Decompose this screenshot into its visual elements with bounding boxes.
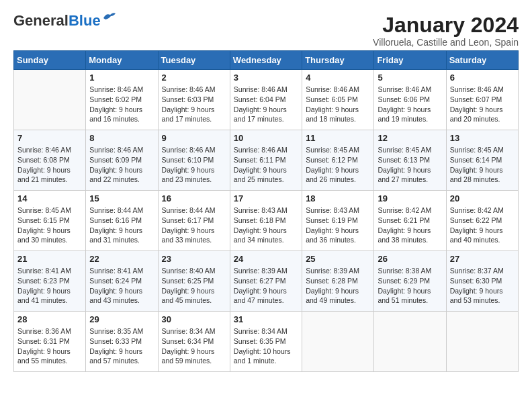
logo-general: General (13, 12, 69, 29)
day-number: 5 (378, 73, 442, 83)
calendar-cell: 5Sunrise: 8:46 AMSunset: 6:06 PMDaylight… (374, 70, 446, 130)
calendar-cell: 24Sunrise: 8:39 AMSunset: 6:27 PMDayligh… (230, 251, 302, 312)
weekday-header-thursday: Thursday (302, 51, 374, 70)
day-number: 19 (378, 193, 442, 203)
day-number: 11 (306, 133, 370, 143)
day-number: 8 (89, 133, 154, 143)
day-number: 6 (450, 73, 515, 83)
calendar-cell: 14Sunrise: 8:45 AMSunset: 6:15 PMDayligh… (14, 191, 86, 251)
calendar-cell: 31Sunrise: 8:34 AMSunset: 6:35 PMDayligh… (230, 312, 302, 372)
weekday-header-saturday: Saturday (446, 51, 518, 70)
day-number: 25 (306, 254, 370, 264)
calendar-cell: 21Sunrise: 8:41 AMSunset: 6:23 PMDayligh… (14, 251, 86, 312)
day-info: Sunrise: 8:41 AMSunset: 6:23 PMDaylight:… (17, 266, 82, 306)
calendar-cell: 28Sunrise: 8:36 AMSunset: 6:31 PMDayligh… (14, 312, 86, 372)
day-info: Sunrise: 8:46 AMSunset: 6:03 PMDaylight:… (162, 85, 226, 124)
calendar-cell: 15Sunrise: 8:44 AMSunset: 6:16 PMDayligh… (86, 191, 158, 251)
day-info: Sunrise: 8:38 AMSunset: 6:29 PMDaylight:… (378, 266, 442, 306)
day-info: Sunrise: 8:43 AMSunset: 6:18 PMDaylight:… (234, 205, 298, 245)
calendar-cell: 16Sunrise: 8:44 AMSunset: 6:17 PMDayligh… (158, 191, 230, 251)
calendar-cell: 22Sunrise: 8:41 AMSunset: 6:24 PMDayligh… (86, 251, 158, 312)
day-number: 20 (450, 193, 515, 203)
day-number: 4 (306, 73, 370, 83)
calendar-week-row: 1Sunrise: 8:46 AMSunset: 6:02 PMDaylight… (14, 70, 519, 130)
day-number: 29 (89, 314, 154, 324)
weekday-header-tuesday: Tuesday (158, 51, 230, 70)
day-number: 9 (162, 133, 226, 143)
day-info: Sunrise: 8:46 AMSunset: 6:07 PMDaylight:… (450, 85, 515, 124)
day-info: Sunrise: 8:36 AMSunset: 6:31 PMDaylight:… (17, 326, 82, 366)
weekday-header-row: SundayMondayTuesdayWednesdayThursdayFrid… (14, 51, 519, 70)
day-info: Sunrise: 8:45 AMSunset: 6:15 PMDaylight:… (17, 205, 82, 245)
calendar-cell: 19Sunrise: 8:42 AMSunset: 6:21 PMDayligh… (374, 191, 446, 251)
calendar-cell: 6Sunrise: 8:46 AMSunset: 6:07 PMDaylight… (446, 70, 518, 130)
calendar-cell: 27Sunrise: 8:37 AMSunset: 6:30 PMDayligh… (446, 251, 518, 312)
day-number: 16 (162, 193, 226, 203)
day-number: 21 (17, 254, 82, 264)
calendar-cell: 8Sunrise: 8:46 AMSunset: 6:09 PMDaylight… (86, 130, 158, 191)
calendar-cell (302, 312, 374, 372)
weekday-header-sunday: Sunday (14, 51, 86, 70)
day-info: Sunrise: 8:41 AMSunset: 6:24 PMDaylight:… (89, 266, 154, 306)
calendar-week-row: 21Sunrise: 8:41 AMSunset: 6:23 PMDayligh… (14, 251, 519, 312)
day-number: 15 (89, 193, 154, 203)
day-info: Sunrise: 8:44 AMSunset: 6:16 PMDaylight:… (89, 205, 154, 245)
calendar-week-row: 28Sunrise: 8:36 AMSunset: 6:31 PMDayligh… (14, 312, 519, 372)
logo-bird-icon (102, 11, 117, 24)
day-info: Sunrise: 8:46 AMSunset: 6:02 PMDaylight:… (89, 85, 154, 124)
calendar-cell: 3Sunrise: 8:46 AMSunset: 6:04 PMDaylight… (230, 70, 302, 130)
day-number: 28 (17, 314, 82, 324)
day-info: Sunrise: 8:34 AMSunset: 6:34 PMDaylight:… (162, 326, 226, 366)
day-number: 31 (234, 314, 298, 324)
calendar-cell: 17Sunrise: 8:43 AMSunset: 6:18 PMDayligh… (230, 191, 302, 251)
calendar-cell: 7Sunrise: 8:46 AMSunset: 6:08 PMDaylight… (14, 130, 86, 191)
day-number: 30 (162, 314, 226, 324)
day-info: Sunrise: 8:39 AMSunset: 6:27 PMDaylight:… (234, 266, 298, 306)
day-info: Sunrise: 8:45 AMSunset: 6:14 PMDaylight:… (450, 145, 515, 185)
calendar-week-row: 14Sunrise: 8:45 AMSunset: 6:15 PMDayligh… (14, 191, 519, 251)
calendar-cell: 4Sunrise: 8:46 AMSunset: 6:05 PMDaylight… (302, 70, 374, 130)
calendar-cell (446, 312, 518, 372)
day-number: 3 (234, 73, 298, 83)
day-number: 13 (450, 133, 515, 143)
day-info: Sunrise: 8:42 AMSunset: 6:22 PMDaylight:… (450, 205, 515, 245)
day-number: 24 (234, 254, 298, 264)
calendar-cell: 9Sunrise: 8:46 AMSunset: 6:10 PMDaylight… (158, 130, 230, 191)
location: Villoruela, Castille and Leon, Spain (373, 37, 519, 48)
day-info: Sunrise: 8:40 AMSunset: 6:25 PMDaylight:… (162, 266, 226, 306)
calendar-cell: 10Sunrise: 8:46 AMSunset: 6:11 PMDayligh… (230, 130, 302, 191)
calendar-table: SundayMondayTuesdayWednesdayThursdayFrid… (13, 50, 519, 372)
calendar-cell: 30Sunrise: 8:34 AMSunset: 6:34 PMDayligh… (158, 312, 230, 372)
day-number: 23 (162, 254, 226, 264)
weekday-header-friday: Friday (374, 51, 446, 70)
day-info: Sunrise: 8:46 AMSunset: 6:08 PMDaylight:… (17, 145, 82, 185)
day-number: 22 (89, 254, 154, 264)
day-number: 17 (234, 193, 298, 203)
day-number: 26 (378, 254, 442, 264)
day-number: 12 (378, 133, 442, 143)
day-info: Sunrise: 8:46 AMSunset: 6:05 PMDaylight:… (306, 85, 370, 124)
day-info: Sunrise: 8:43 AMSunset: 6:19 PMDaylight:… (306, 205, 370, 245)
day-number: 27 (450, 254, 515, 264)
day-number: 1 (89, 73, 154, 83)
logo-blue: Blue (69, 12, 101, 29)
weekday-header-monday: Monday (86, 51, 158, 70)
day-number: 10 (234, 133, 298, 143)
logo: GeneralBlue (13, 13, 117, 28)
calendar-cell: 25Sunrise: 8:39 AMSunset: 6:28 PMDayligh… (302, 251, 374, 312)
day-number: 14 (17, 193, 82, 203)
calendar-cell: 29Sunrise: 8:35 AMSunset: 6:33 PMDayligh… (86, 312, 158, 372)
calendar-week-row: 7Sunrise: 8:46 AMSunset: 6:08 PMDaylight… (14, 130, 519, 191)
title-block: January 2024 Villoruela, Castille and Le… (373, 13, 519, 48)
day-info: Sunrise: 8:34 AMSunset: 6:35 PMDaylight:… (234, 326, 298, 366)
day-number: 7 (17, 133, 82, 143)
day-info: Sunrise: 8:45 AMSunset: 6:13 PMDaylight:… (378, 145, 442, 185)
day-info: Sunrise: 8:42 AMSunset: 6:21 PMDaylight:… (378, 205, 442, 245)
calendar-cell (14, 70, 86, 130)
calendar-cell (374, 312, 446, 372)
calendar-cell: 1Sunrise: 8:46 AMSunset: 6:02 PMDaylight… (86, 70, 158, 130)
calendar-cell: 26Sunrise: 8:38 AMSunset: 6:29 PMDayligh… (374, 251, 446, 312)
day-number: 2 (162, 73, 226, 83)
page-header: GeneralBlue January 2024 Villoruela, Cas… (13, 13, 519, 48)
calendar-cell: 23Sunrise: 8:40 AMSunset: 6:25 PMDayligh… (158, 251, 230, 312)
